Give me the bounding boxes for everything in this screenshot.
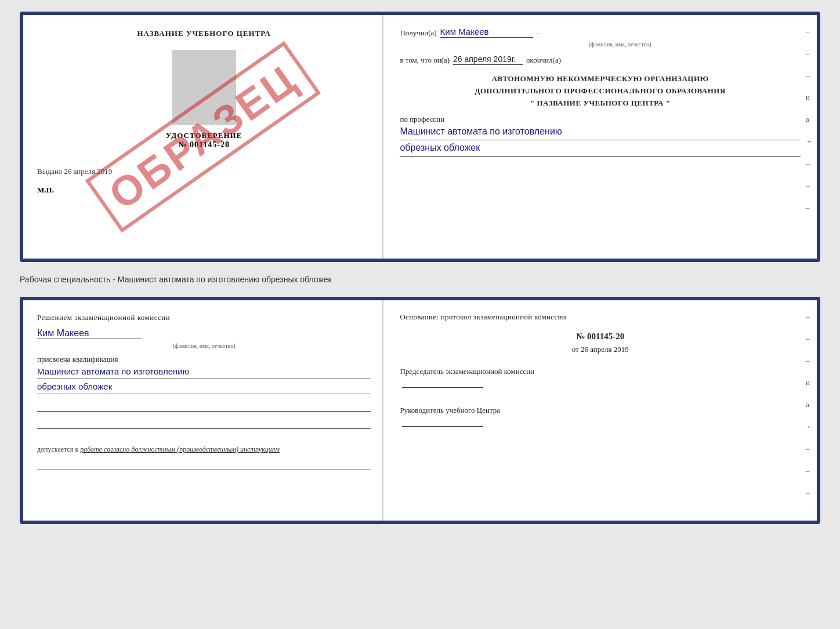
org-name-quoted: " НАЗВАНИЕ УЧЕБНОГО ЦЕНТРА " <box>400 97 801 110</box>
udostoverenie-block: УДОСТОВЕРЕНИЕ № 001145-20 <box>37 131 371 150</box>
ruk-signature-line <box>402 416 483 427</box>
poluchil-label: Получил(а) <box>400 28 436 38</box>
pred-komissia-label: Председатель экзаменационной комиссии <box>400 366 801 377</box>
org-line2: ДОПОЛНИТЕЛЬНОГО ПРОФЕССИОНАЛЬНОГО ОБРАЗО… <box>400 85 801 97</box>
photo-placeholder <box>172 50 236 125</box>
vtom-date: 26 апреля 2019г. <box>453 54 523 65</box>
kvalif-line1: Машинист автомата по изготовлению <box>37 366 371 379</box>
separator-text: Рабочая специальность - Машинист автомат… <box>20 272 820 286</box>
okonchil-label: окончил(а) <box>526 56 561 65</box>
org-block: АВТОНОМНУЮ НЕКОММЕРЧЕСКУЮ ОРГАНИЗАЦИЮ ДО… <box>400 73 801 109</box>
vydano-label: Выдано <box>37 167 62 176</box>
profession-line2: обрезных обложек <box>400 143 801 157</box>
doc2-right: Основание: протокол экзаменационной коми… <box>383 300 817 521</box>
dopuskaetsya-block: допускается к работе согласно должностны… <box>37 445 371 454</box>
po-professii-label: по профессии <box>400 115 801 124</box>
doc2-fio-sublabel: (фамилия, имя, отчество) <box>37 343 371 349</box>
protokol-num: № 001145-20 <box>400 332 801 341</box>
poluchil-row: Получил(а) Ким Макеев – <box>400 27 801 38</box>
ot-prefix: от <box>572 345 579 354</box>
org-line1: АВТОНОМНУЮ НЕКОММЕРЧЕСКУЮ ОРГАНИЗАЦИЮ <box>400 73 801 85</box>
document-2: Решением экзаменационной комиссии Ким Ма… <box>20 297 820 524</box>
side-dashes: – – – и а ← – – – <box>806 27 813 212</box>
doc2-left: Решением экзаменационной комиссии Ким Ма… <box>23 300 383 521</box>
mp-label: М.П. <box>37 186 371 195</box>
protokol-prefix: № <box>576 332 585 341</box>
dash-right: – <box>537 28 541 38</box>
doc2-fio-value: Ким Макеев <box>37 328 142 339</box>
protokol-date-line: от 26 апреля 2019 <box>400 345 801 354</box>
ruk-block: Руководитель учебного Центра <box>400 405 801 430</box>
osnov-title: Основание: протокол экзаменационной коми… <box>400 312 801 322</box>
vydano-line: Выдано 26 апреля 2019 <box>37 167 371 176</box>
udostoverenie-label: УДОСТОВЕРЕНИЕ <box>37 131 371 140</box>
dopusk-value: работе согласно должностным (производств… <box>80 445 280 453</box>
fio-value: Ким Макеев <box>440 27 533 38</box>
vtom-row: в том, что он(а) 26 апреля 2019г. окончи… <box>400 54 801 65</box>
doc2-side-dashes: – – – и а ← – – – <box>806 312 813 497</box>
blank-line-1 <box>37 400 371 412</box>
dopusk-label: допускается к <box>37 445 78 453</box>
prisvoena-label: присвоена квалификация <box>37 355 371 364</box>
vydano-date: 26 апреля 2019 <box>64 167 113 176</box>
document-1: НАЗВАНИЕ УЧЕБНОГО ЦЕНТРА УДОСТОВЕРЕНИЕ №… <box>20 12 820 262</box>
pred-komissia-block: Председатель экзаменационной комиссии <box>400 366 801 391</box>
kvalif-line2: обрезных обложек <box>37 381 371 394</box>
protokol-date: 26 апреля 2019 <box>581 345 629 354</box>
doc1-school-title: НАЗВАНИЕ УЧЕБНОГО ЦЕНТРА <box>37 29 371 38</box>
udostoverenie-number: № 001145-20 <box>37 140 371 150</box>
blank-line-2 <box>37 417 371 429</box>
ruk-label: Руководитель учебного Центра <box>400 405 801 416</box>
blank-line-3 <box>37 459 371 470</box>
doc1-left: НАЗВАНИЕ УЧЕБНОГО ЦЕНТРА УДОСТОВЕРЕНИЕ №… <box>23 15 383 259</box>
protokol-number: 001145-20 <box>587 332 624 341</box>
fio-sublabel: (фамилия, имя, отчество) <box>439 41 801 48</box>
profession-line1: Машинист автомата по изготовлению <box>400 126 801 140</box>
komissia-title: Решением экзаменационной комиссии <box>37 312 371 323</box>
doc1-right: Получил(а) Ким Макеев – (фамилия, имя, о… <box>383 15 817 259</box>
pred-komissia-signature-line <box>402 377 483 388</box>
vtom-label: в том, что он(а) <box>400 56 450 65</box>
